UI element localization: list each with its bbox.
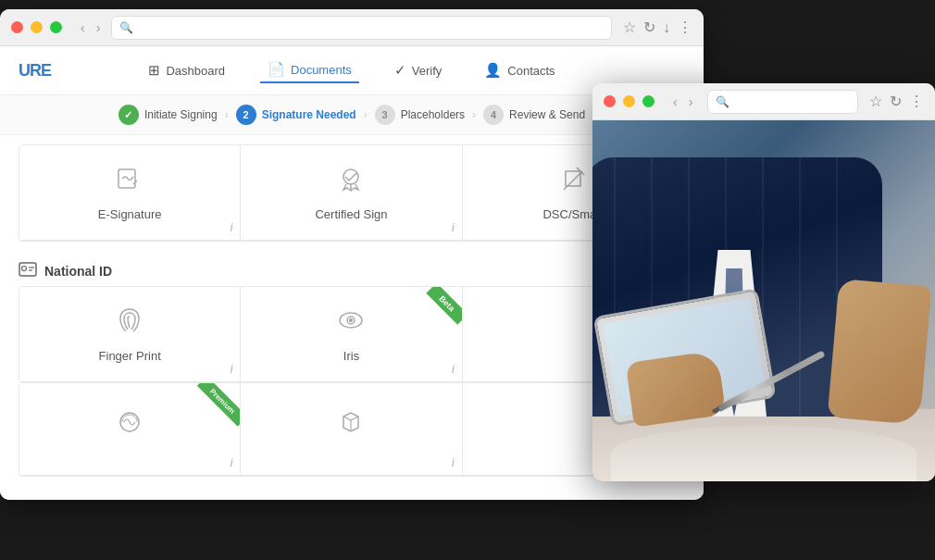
fingerprint-icon [115,305,144,342]
overlay-minimize-button[interactable] [623,95,635,107]
nav-item-verify[interactable]: ✓ Verify [387,58,450,82]
nav-item-contacts[interactable]: 👤 Contacts [477,58,562,82]
business-image [592,120,935,481]
step-3[interactable]: 3 Placeholders [375,105,465,125]
maximize-button[interactable] [50,21,62,33]
right-hand [828,279,932,425]
iris-label: Iris [343,349,359,363]
bottom-cards-grid: i i [19,383,685,477]
step-3-label: Placeholders [401,108,465,121]
svg-line-2 [564,171,582,190]
titlebar: ‹ › 🔍 ☆ ↻ ↓ ⋮ [0,9,704,46]
documents-icon: 📄 [268,61,285,78]
card-bottom-2[interactable]: i [241,383,462,476]
overlay-back-button[interactable]: ‹ [669,93,681,111]
esignature-label: E-Signature [98,207,162,221]
step-2[interactable]: 2 Signature Needed [236,105,356,125]
address-bar[interactable]: 🔍 [111,16,612,40]
esignature-info[interactable]: i [231,221,233,234]
certified-sign-icon [336,164,366,200]
step-4-label: Review & Send [509,108,585,121]
dashboard-icon: ⊞ [148,62,160,79]
nav-label-verify: Verify [412,64,443,78]
dsc-icon [558,164,588,200]
download-icon[interactable]: ↓ [663,19,670,36]
overlay-browser-window: ‹ › 🔍 ☆ ↻ ⋮ [592,83,935,481]
desk-reflection [611,426,916,481]
fingerprint-label: Finger Print [99,349,161,363]
hand [626,350,727,427]
verify-icon: ✓ [394,62,406,79]
iris-info[interactable]: i [452,363,455,376]
overlay-refresh-icon[interactable]: ↻ [890,93,902,110]
beta-badge [416,287,462,333]
national-id-cards-grid: Finger Print i Iris i [19,286,685,383]
svg-point-4 [22,267,27,271]
iris-icon [336,305,366,342]
overlay-address-bar[interactable]: 🔍 [707,90,858,114]
brand-logo: URE [19,61,51,81]
nav-label-contacts: Contacts [507,64,555,78]
back-button[interactable]: ‹ [77,19,89,37]
certified-sign-info[interactable]: i [452,221,455,234]
step-2-circle: 2 [236,105,256,125]
premium-info[interactable]: i [231,456,233,469]
step-4[interactable]: 4 Review & Send [483,105,585,125]
nav-buttons: ‹ › [77,19,104,37]
more-icon[interactable]: ⋮ [678,19,692,36]
search-icon: 🔍 [119,21,133,34]
forward-button[interactable]: › [93,19,105,37]
overlay-search-icon: 🔍 [716,95,729,108]
close-button[interactable] [11,21,23,33]
fingerprint-info[interactable]: i [231,363,233,376]
national-id-title: National ID [44,264,112,279]
svg-point-9 [350,319,353,322]
card-esignature[interactable]: E-Signature i [19,145,241,241]
signature-cards-grid: E-Signature i Certified Sign i [19,144,685,242]
overlay-close-button[interactable] [604,95,616,107]
bottom-2-info[interactable]: i [452,456,455,469]
url-input[interactable] [139,21,604,34]
nav-item-documents[interactable]: 📄 Documents [260,57,359,83]
overlay-titlebar: ‹ › 🔍 ☆ ↻ ⋮ [592,83,935,120]
premium-badge [189,383,240,434]
divider-2: › [364,108,368,121]
divider-1: › [225,108,229,121]
overlay-bookmark-icon[interactable]: ☆ [869,93,882,110]
step-1[interactable]: ✓ Initiate Signing [118,105,218,125]
step-1-circle: ✓ [118,105,139,125]
refresh-icon[interactable]: ↻ [643,19,655,36]
hand-area [602,282,815,430]
esignature-icon [115,164,144,200]
toolbar-icons: ☆ ↻ ↓ ⋮ [623,19,692,36]
national-id-icon [19,262,37,280]
card-iris[interactable]: Iris i [241,287,462,382]
certified-sign-label: Certified Sign [315,207,387,221]
overlay-nav-buttons: ‹ › [669,93,696,111]
overlay-maximize-button[interactable] [642,95,654,107]
minimize-button[interactable] [31,21,43,33]
nav-label-documents: Documents [291,63,352,77]
nav-item-dashboard[interactable]: ⊞ Dashboard [141,58,232,82]
card-fingerprint[interactable]: Finger Print i [19,287,241,382]
bottom-2-icon [336,407,366,443]
premium-icon [115,407,144,443]
step-3-circle: 3 [375,105,395,125]
overlay-more-icon[interactable]: ⋮ [909,93,924,110]
contacts-icon: 👤 [484,62,502,79]
step-4-circle: 4 [483,105,504,125]
divider-3: › [472,108,476,121]
card-premium[interactable]: i [19,383,241,476]
card-certified-sign[interactable]: Certified Sign i [241,145,462,241]
overlay-forward-button[interactable]: › [685,93,697,111]
step-2-label: Signature Needed [262,108,356,121]
step-1-label: Initiate Signing [144,108,218,121]
overlay-content [592,120,935,481]
bookmark-icon[interactable]: ☆ [623,19,636,36]
nav-label-dashboard: Dashboard [166,64,225,78]
